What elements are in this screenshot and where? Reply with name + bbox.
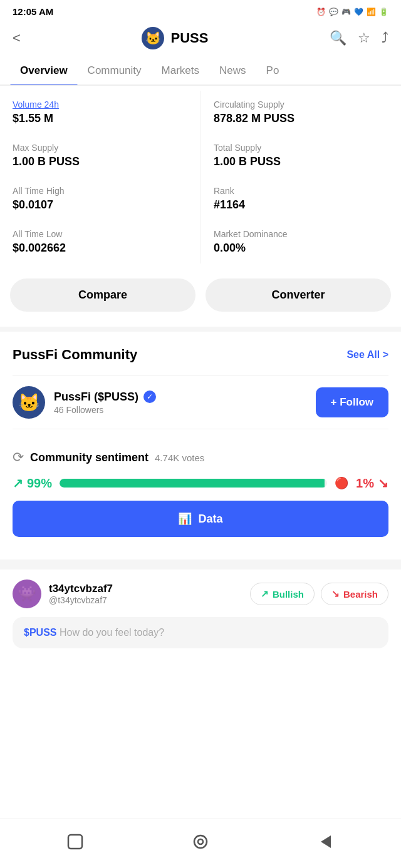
tab-markets[interactable]: Markets <box>152 57 209 84</box>
post-handle: @t34ytcvbzaf7 <box>49 595 113 605</box>
stat-atl: All Time Low $0.002662 <box>13 220 200 263</box>
verified-badge: ✓ <box>143 391 156 403</box>
post-sentiment-buttons: ↗ Bullish ↘ Bearish <box>250 583 388 605</box>
sentiment-bear: 1% ↘ <box>356 476 388 491</box>
bull-btn-icon: ↗ <box>261 588 269 600</box>
status-time: 12:05 AM <box>13 6 53 17</box>
bullish-button[interactable]: ↗ Bullish <box>250 583 315 605</box>
community-card: 🐱 PussFi ($PUSS) ✓ 46 Followers + Follow <box>13 375 388 429</box>
signal-icon: 📶 <box>367 8 376 16</box>
star-icon[interactable]: ☆ <box>358 30 370 46</box>
bottom-spacer <box>0 658 401 708</box>
nav-tabs: Overview Community Markets News Po <box>0 57 401 86</box>
game-icon: 🎮 <box>341 8 351 16</box>
sentiment-bar-fill <box>60 479 325 488</box>
stat-dominance-label: Market Dominance <box>214 229 382 239</box>
stat-total-supply-value: 1.00 B PUSS <box>214 155 382 168</box>
sentiment-bar-row: ↗ 99% 🔴 1% ↘ <box>13 476 388 491</box>
stats-grid: Volume 24h $1.55 M Circulating Supply 87… <box>13 91 388 263</box>
sentiment-section: ⟳ Community sentiment 4.74K votes ↗ 99% … <box>0 437 401 559</box>
stats-section: Volume 24h $1.55 M Circulating Supply 87… <box>0 86 401 273</box>
post-placeholder: How do you feel today? <box>60 627 164 638</box>
community-name: PussFi ($PUSS) <box>54 391 138 404</box>
nav-square-button[interactable] <box>61 828 89 855</box>
stat-dominance: Market Dominance 0.00% <box>200 220 388 263</box>
bottom-nav <box>0 819 401 868</box>
stat-max-supply: Max Supply 1.00 B PUSS <box>13 134 200 177</box>
share-icon[interactable]: ⤴ <box>382 30 388 46</box>
stat-max-supply-label: Max Supply <box>13 143 194 153</box>
bull-percent: 99% <box>27 476 52 491</box>
svg-point-1 <box>194 835 207 848</box>
whatsapp-icon: 💬 <box>329 8 338 16</box>
bearish-button[interactable]: ↘ Bearish <box>321 583 388 605</box>
section-divider-1 <box>0 327 401 332</box>
alarm-icon: ⏰ <box>316 8 326 16</box>
stat-circulating-label: Circulating Supply <box>214 100 382 110</box>
svg-rect-0 <box>68 835 82 849</box>
section-divider-2 <box>0 559 401 564</box>
post-user-info: 👾 t34ytcvbzaf7 @t34ytcvbzaf7 <box>13 580 113 608</box>
status-icons: ⏰ 💬 🎮 💙 📶 🔋 <box>316 8 388 16</box>
sentiment-header: ⟳ Community sentiment 4.74K votes <box>13 449 388 466</box>
community-header: PussFi Community See All > <box>13 347 388 363</box>
community-avatar: 🐱 <box>13 386 45 419</box>
nav-home-button[interactable] <box>187 828 214 855</box>
stat-dominance-value: 0.00% <box>214 242 382 255</box>
bull-arrow-icon: ↗ <box>13 476 23 491</box>
sentiment-votes: 4.74K votes <box>155 452 204 463</box>
post-user-row: 👾 t34ytcvbzaf7 @t34ytcvbzaf7 ↗ Bullish ↘… <box>13 580 388 608</box>
stat-atl-label: All Time Low <box>13 229 194 239</box>
stat-rank-label: Rank <box>214 186 382 196</box>
data-button[interactable]: 📊 📊 Data Data <box>13 501 388 537</box>
sentiment-icon: ⟳ <box>13 449 24 466</box>
status-bar: 12:05 AM ⏰ 💬 🎮 💙 📶 🔋 <box>0 0 401 22</box>
community-info: 🐱 PussFi ($PUSS) ✓ 46 Followers <box>13 386 156 419</box>
stat-total-supply-label: Total Supply <box>214 143 382 153</box>
sentiment-bar-container <box>60 479 327 488</box>
stat-volume-label: Volume 24h <box>13 100 194 110</box>
action-buttons: Compare Converter <box>0 273 401 327</box>
community-section-title: PussFi Community <box>13 347 137 363</box>
nav-back-button[interactable] <box>312 828 340 855</box>
stat-rank: Rank #1164 <box>200 177 388 220</box>
stat-ath: All Time High $0.0107 <box>13 177 200 220</box>
see-all-button[interactable]: See All > <box>346 349 388 360</box>
coin-name: PUSS <box>170 30 208 46</box>
back-button[interactable]: < <box>13 30 21 46</box>
converter-button[interactable]: Converter <box>206 278 391 312</box>
tab-more[interactable]: Po <box>256 57 289 84</box>
post-input-area[interactable]: $PUSS How do you feel today? <box>13 617 388 648</box>
messenger-icon: 💙 <box>354 8 363 16</box>
header: < 🐱 PUSS 🔍 ☆ ⤴ <box>0 22 401 57</box>
bear-btn-icon: ↘ <box>331 588 340 600</box>
tab-overview[interactable]: Overview <box>10 57 78 84</box>
stat-total-supply: Total Supply 1.00 B PUSS <box>200 134 388 177</box>
stat-max-supply-value: 1.00 B PUSS <box>13 155 194 168</box>
compare-button[interactable]: Compare <box>10 278 195 312</box>
svg-point-2 <box>198 839 203 844</box>
coin-avatar: 🐱 <box>142 27 164 49</box>
tab-news[interactable]: News <box>209 57 256 84</box>
stat-volume-value: $1.55 M <box>13 112 194 125</box>
community-section: PussFi Community See All > 🐱 PussFi ($PU… <box>0 332 401 437</box>
post-avatar: 👾 <box>13 580 41 608</box>
bear-coin-icon: 🔴 <box>335 476 348 490</box>
post-section: 👾 t34ytcvbzaf7 @t34ytcvbzaf7 ↗ Bullish ↘… <box>0 564 401 658</box>
sentiment-bull: ↗ 99% <box>13 476 52 491</box>
header-actions: 🔍 ☆ ⤴ <box>330 30 388 46</box>
search-icon[interactable]: 🔍 <box>330 30 346 46</box>
header-title: 🐱 PUSS <box>142 27 208 49</box>
post-ticker: $PUSS <box>24 627 56 638</box>
data-chart-icon: 📊 <box>178 512 192 526</box>
stat-circulating: Circulating Supply 878.82 M PUSS <box>200 91 388 134</box>
stat-circulating-value: 878.82 M PUSS <box>214 112 382 125</box>
stat-rank-value: #1164 <box>214 198 382 212</box>
sentiment-title: Community sentiment <box>30 451 148 464</box>
stat-atl-value: $0.002662 <box>13 242 194 255</box>
tab-community[interactable]: Community <box>78 57 152 84</box>
community-name-row: PussFi ($PUSS) ✓ <box>54 391 156 404</box>
community-followers: 46 Followers <box>54 405 156 415</box>
follow-button[interactable]: + Follow <box>316 387 388 417</box>
community-details: PussFi ($PUSS) ✓ 46 Followers <box>54 391 156 415</box>
